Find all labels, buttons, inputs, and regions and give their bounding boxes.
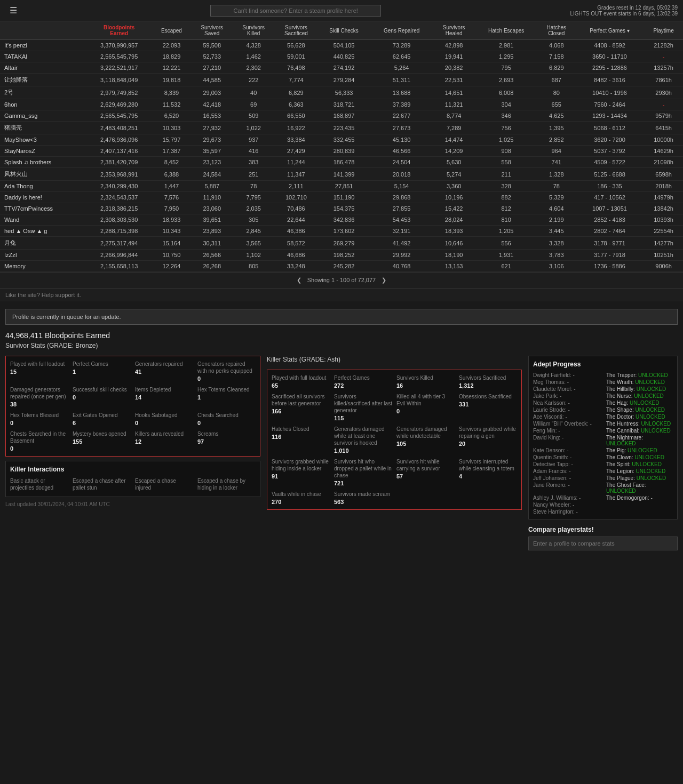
table-row[interactable]: 2号 2,979,749,852 8,339 29,003 40 6,829 5… xyxy=(0,86,683,99)
player-name[interactable]: Daddy is here! xyxy=(0,192,86,203)
player-hatches-closed: 1,328 xyxy=(538,168,575,181)
player-saved: 29,003 xyxy=(191,86,233,99)
player-hatch: 795 xyxy=(475,62,538,74)
table-row[interactable]: MayShow<3 2,476,936,096 15,797 29,673 93… xyxy=(0,134,683,146)
table-row[interactable]: TTV/7cmPwincess 2,318,386,215 7,950 23,0… xyxy=(0,203,683,214)
table-row[interactable]: IzZzI 2,266,996,844 10,750 26,566 1,102 … xyxy=(0,250,683,261)
table-row[interactable]: 猪脑壳 2,483,408,251 10,303 27,932 1,022 16… xyxy=(0,122,683,134)
search-input[interactable] xyxy=(210,5,381,17)
player-name[interactable]: StayNarosZ xyxy=(0,146,86,157)
player-sacrificed: 2,111 xyxy=(274,181,317,192)
player-skill: 245,282 xyxy=(318,261,370,272)
player-name[interactable]: Gamma_ssg xyxy=(0,110,86,122)
stat-chests-searched-label: Chests Searched xyxy=(197,412,256,419)
player-playtime: 14979h xyxy=(644,192,683,203)
player-healed: 5,630 xyxy=(433,157,475,168)
top-bar: ☰ Grades reset in 12 days, 05:02:39 LIGH… xyxy=(0,0,683,21)
player-bp: 2,308,303,530 xyxy=(86,214,152,226)
compare-input[interactable] xyxy=(528,537,678,550)
col-sacrificed[interactable]: SurvivorsSacrificed xyxy=(274,21,317,40)
adept-killer-name: The Cannibal: UNLOCKED xyxy=(606,428,673,434)
player-name[interactable]: MayShow<3 xyxy=(0,134,86,146)
player-saved: 23,123 xyxy=(191,157,233,168)
table-row[interactable]: Gamma_ssg 2,565,545,795 6,520 16,553 509… xyxy=(0,110,683,122)
table-row[interactable]: 让她降落 3,118,848,049 19,818 44,585 222 7,7… xyxy=(0,74,683,86)
player-name[interactable]: TTV/7cmPwincess xyxy=(0,203,86,214)
col-perfect[interactable]: Perfect Games ▾ xyxy=(575,21,644,40)
col-gens[interactable]: Gens Repaired xyxy=(370,21,433,40)
player-name[interactable]: Splash ♫ brothers xyxy=(0,157,86,168)
player-healed: 42,898 xyxy=(433,40,475,51)
player-name[interactable]: hed ▲ Osw ▲ g xyxy=(0,226,86,237)
player-saved: 26,268 xyxy=(191,261,233,272)
player-sacrificed: 11,347 xyxy=(274,168,317,181)
player-skill: 223,435 xyxy=(318,122,370,134)
col-escaped[interactable]: Escaped xyxy=(152,21,192,40)
table-row[interactable]: Altair 3,222,521,917 12,221 27,210 2,302… xyxy=(0,62,683,74)
player-hatches-closed: 6,829 xyxy=(538,62,575,74)
stat-hooks-sabotaged: Hooks Sabotaged 0 xyxy=(135,412,193,426)
table-row[interactable]: Splash ♫ brothers 2,381,420,709 8,452 23… xyxy=(0,157,683,168)
player-name[interactable]: 月兔 xyxy=(0,237,86,250)
table-row[interactable]: Ada Thong 2,340,299,430 1,447 5,887 78 2… xyxy=(0,181,683,192)
player-hatch: 558 xyxy=(475,157,538,168)
player-name[interactable]: It's penzi xyxy=(0,40,86,51)
player-gens: 45,130 xyxy=(370,134,433,146)
player-hatch: 2,693 xyxy=(475,74,538,86)
player-name[interactable]: Memory xyxy=(0,261,86,272)
player-name[interactable]: Altair xyxy=(0,62,86,74)
table-row[interactable]: 月兔 2,275,317,494 15,164 30,311 3,565 58,… xyxy=(0,237,683,250)
player-killed: 305 xyxy=(233,214,274,226)
col-skill[interactable]: Skill Checks xyxy=(318,21,370,40)
player-name[interactable]: 猪脑壳 xyxy=(0,122,86,134)
pagination-next[interactable]: ❯ xyxy=(382,277,386,283)
player-name[interactable]: IzZzI xyxy=(0,250,86,261)
stat-gens-repaired-perks-label: Generators repaired with no perks equipp… xyxy=(197,361,256,374)
player-skill: 151,190 xyxy=(318,192,370,203)
stat-hex-totems: Hex Totems Cleansed 1 xyxy=(197,386,256,407)
table-row[interactable]: hed ▲ Osw ▲ g 2,288,715,398 10,343 23,89… xyxy=(0,226,683,237)
player-playtime: - xyxy=(644,99,683,110)
player-name[interactable]: Wand xyxy=(0,214,86,226)
table-row[interactable]: 风林火山 2,353,968,991 6,388 24,584 251 11,3… xyxy=(0,168,683,181)
player-name[interactable]: TATAKAI xyxy=(0,51,86,62)
col-bp[interactable]: BloodpointsEarned xyxy=(86,21,152,40)
col-hatches-closed[interactable]: HatchesClosed xyxy=(538,21,575,40)
table-row[interactable]: Daddy is here! 2,324,543,537 7,576 11,91… xyxy=(0,192,683,203)
player-hatch: 621 xyxy=(475,261,538,272)
table-row[interactable]: StayNarosZ 2,407,137,416 17,387 35,597 4… xyxy=(0,146,683,157)
pagination-prev[interactable]: ❮ xyxy=(297,277,301,283)
kstat-vaults-label: Vaults while in chase xyxy=(272,491,330,498)
col-healed[interactable]: SurvivorsHealed xyxy=(433,21,475,40)
table-row[interactable]: It's penzi 3,370,990,957 22,093 59,508 4… xyxy=(0,40,683,51)
table-row[interactable]: Memory 2,155,658,113 12,264 26,268 805 3… xyxy=(0,261,683,272)
player-name[interactable]: Ada Thong xyxy=(0,181,86,192)
col-killed[interactable]: SurvivorsKilled xyxy=(233,21,274,40)
support-link[interactable]: Like the site? Help support it. xyxy=(0,288,683,301)
table-row[interactable]: TATAKAI 2,565,545,795 18,829 52,733 1,46… xyxy=(0,51,683,62)
adept-killer-name: The Wraith: UNLOCKED xyxy=(606,379,673,385)
player-name[interactable]: 2号 xyxy=(0,86,86,99)
player-name[interactable]: 风林火山 xyxy=(0,168,86,181)
player-killed: 383 xyxy=(233,157,274,168)
stat-gens-repaired-perks: Generators repaired with no perks equipp… xyxy=(197,361,256,382)
player-perfect: 3178 - 9771 xyxy=(575,237,644,250)
player-name[interactable]: 6hon xyxy=(0,99,86,110)
grades-line2: LIGHTS OUT event starts in 6 days, 13:02… xyxy=(570,11,678,17)
player-healed: 18,393 xyxy=(433,226,475,237)
hamburger-icon[interactable]: ☰ xyxy=(5,3,21,18)
col-hatch[interactable]: Hatch Escapes xyxy=(475,21,538,40)
player-perfect: 1007 - 13051 xyxy=(575,203,644,214)
table-row[interactable]: 6hon 2,629,469,280 11,532 42,418 69 6,36… xyxy=(0,99,683,110)
player-perfect: 5125 - 6688 xyxy=(575,168,644,181)
kstat-survivors-scream-label: Survivors made scream xyxy=(334,491,392,498)
col-saved[interactable]: SurvivorsSaved xyxy=(191,21,233,40)
adept-killer-name: The Doctor: UNLOCKED xyxy=(606,414,673,420)
table-row[interactable]: Wand 2,308,303,530 18,933 39,651 305 22,… xyxy=(0,214,683,226)
kstat-killed-all-4-label: Killed all 4 with tier 3 Evil Within xyxy=(396,393,455,407)
player-escaped: 10,303 xyxy=(152,122,192,134)
player-gens: 37,389 xyxy=(370,99,433,110)
player-name[interactable]: 让她降落 xyxy=(0,74,86,86)
col-playtime[interactable]: Playtime xyxy=(644,21,683,40)
kstat-gens-damaged-hooked-value: 1,010 xyxy=(334,447,392,454)
